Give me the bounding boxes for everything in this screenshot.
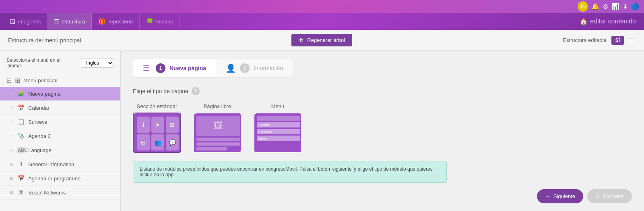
libre-line-1 (196, 138, 240, 141)
tiendas-icon: 🍀 (146, 18, 154, 25)
menu-item-language[interactable]: ≡ ABC Language (0, 143, 120, 157)
step1-number: 1 (156, 63, 165, 73)
menu-item-surveys[interactable]: ≡ 📋 Surveys (0, 115, 120, 129)
menu-header[interactable]: ⊟ ⊞ Menú principal (0, 74, 120, 87)
drag-icon: ≡ (10, 90, 13, 97)
calendar-label: Calendar (28, 105, 50, 111)
trash-icon: 🗑 (299, 37, 304, 43)
siguiente-button[interactable]: → Siguiente (537, 189, 583, 203)
toggle-on[interactable]: SÍ (611, 36, 624, 45)
general-information-label: General information (28, 161, 74, 167)
sc-icon-4: ⊟ (137, 134, 150, 150)
page-type-row: Elige el tipo de página ? (133, 87, 632, 95)
menu-card-item-1: Agenda (257, 122, 300, 127)
card-seccion-estandar[interactable]: Sección estándar ℹ ➤ ⊞ ⊟ 👥 💬 (133, 103, 181, 153)
nav-estructura-label: estructura (62, 19, 85, 25)
step1-label: Nueva página (169, 65, 206, 71)
sc-icon-3: ⊞ (166, 117, 179, 133)
left-panel: Selecciona el menú en el idioma: Inglés … (0, 51, 121, 211)
regenerar-arbol-button[interactable]: 🗑 Regenerar árbol (291, 34, 352, 46)
analytics-icon[interactable]: 📊 (611, 3, 619, 10)
agenda2-icon: 📎 (17, 133, 25, 139)
menu-card-preview: Agenda Ponentes Muros (254, 113, 302, 153)
step2-user-icon: 👤 (226, 63, 236, 73)
notification-icon[interactable]: 🔔 (591, 3, 599, 10)
nueva-pagina-icon: 🧩 (17, 90, 25, 97)
nueva-pagina-label: Nueva página (28, 91, 60, 97)
main: Selecciona el menú en el idioma: Inglés … (0, 51, 644, 211)
repositorio-icon: 🎁 (98, 18, 106, 25)
agenda-programme-label: Agenda or programme (28, 175, 80, 182)
nav-bar: 🖼 imágenes ☰ estructura 🎁 repositorio 🍀 … (0, 13, 644, 30)
home-icon: 🏠 (580, 18, 588, 25)
nav-left: 🖼 imágenes ☰ estructura 🎁 repositorio 🍀 … (3, 13, 180, 30)
menu-item-calendar[interactable]: ≡ 📅 Calendar (0, 101, 120, 115)
right-panel: ☰ 1 Nueva página 👤 2 Información Elige e… (121, 51, 644, 211)
edit-content-label: editar contenido (590, 18, 636, 25)
sc-icon-6: 💬 (166, 134, 179, 150)
seccion-estandar-label: Sección estándar (137, 103, 177, 109)
nav-edit-content[interactable]: 🏠 editar contenido (580, 18, 641, 25)
info-box: Listado de módulos predefinidos que pued… (133, 161, 447, 183)
menu-item-agenda-2[interactable]: ≡ 📎 Agenda 2 (0, 129, 120, 143)
sc-icon-2: ➤ (151, 117, 164, 133)
menu-card[interactable]: Agenda Ponentes Muros (254, 113, 302, 153)
menu-card-item-2: Ponentes (257, 129, 300, 134)
menu-item-nueva-pagina[interactable]: ≡ 🧩 Nueva página (0, 87, 120, 101)
lang-select-label: Selecciona el menú en el idioma: (6, 57, 77, 69)
lang-select[interactable]: Inglés Español (81, 58, 114, 68)
info-text: Listado de módulos predefinidos que pued… (140, 166, 433, 178)
toggle-off[interactable] (627, 38, 636, 42)
arrow-icon: → (545, 193, 550, 199)
siguiente-label: Siguiente (553, 193, 575, 199)
nav-imagenes-label: imágenes (18, 19, 41, 25)
nav-item-repositorio[interactable]: 🎁 repositorio (92, 13, 140, 30)
pagina-libre-label: Página libre (204, 103, 231, 109)
nav-tiendas-label: tiendas (156, 19, 173, 25)
step-1: ☰ 1 Nueva página (133, 59, 216, 77)
stepper: ☰ 1 Nueva página 👤 2 Información (133, 59, 632, 77)
cancelar-button[interactable]: ✕ Cancelar (587, 189, 632, 203)
grid-icon: ⊞ (15, 77, 20, 84)
nav-item-estructura[interactable]: ☰ estructura (47, 13, 92, 30)
menu-item-social-networks[interactable]: ≡ ⌘ Social Networks (0, 186, 120, 200)
general-info-icon: ℹ (17, 161, 25, 167)
toggle-container: SÍ (611, 36, 636, 45)
social-networks-label: Social Networks (28, 190, 66, 196)
pagina-libre-card[interactable]: 🖼 (193, 113, 242, 153)
calendar-icon: 📅 (17, 104, 25, 111)
x-icon: ✕ (595, 193, 600, 199)
collapse-icon: ⊟ (6, 77, 12, 84)
top-bar-icons: JG 🔔 ⚙ 📊 ⬇ 🔵 (578, 1, 639, 12)
help-icon[interactable]: ? (192, 87, 200, 95)
nav-item-tiendas[interactable]: 🍀 tiendas (140, 13, 180, 30)
sc-icon-1: ℹ (137, 117, 150, 133)
libre-line-3 (196, 147, 227, 150)
libre-top: 🖼 (196, 116, 240, 136)
cancelar-label: Cancelar (603, 193, 624, 199)
bluetooth-icon[interactable]: 🔵 (631, 3, 639, 10)
nav-repositorio-label: repositorio (108, 19, 133, 25)
language-label: Language (28, 147, 52, 153)
page-title: Estructura del menú principal (8, 37, 81, 44)
card-pagina-libre[interactable]: Página libre 🖼 (193, 103, 242, 153)
step2-label: Información (254, 65, 283, 71)
drag-icon: ≡ (10, 175, 13, 182)
step1-menu-icon: ☰ (143, 64, 149, 73)
drag-icon: ≡ (10, 133, 13, 139)
drag-icon: ≡ (10, 119, 13, 125)
agenda2-label: Agenda 2 (28, 133, 51, 139)
libre-image-icon: 🖼 (214, 121, 223, 131)
editable-label: Estructura editable (563, 37, 606, 43)
menu-item-agenda-or-programme[interactable]: ≡ 📅 Agenda or programme (0, 171, 120, 186)
menu-item-general-information[interactable]: ≡ ℹ General information (0, 157, 120, 171)
imagenes-icon: 🖼 (10, 18, 16, 25)
settings-icon[interactable]: ⚙ (603, 3, 608, 10)
seccion-estandar-card[interactable]: ℹ ➤ ⊞ ⊟ 👥 💬 (133, 113, 181, 153)
download-icon[interactable]: ⬇ (623, 3, 628, 10)
nav-item-imagenes[interactable]: 🖼 imágenes (3, 13, 47, 30)
avatar[interactable]: JG (578, 1, 588, 12)
drag-icon: ≡ (10, 147, 13, 153)
page-type-label: Elige el tipo de página (133, 88, 188, 94)
card-menu[interactable]: Menú Agenda Ponentes Muros (254, 103, 302, 153)
